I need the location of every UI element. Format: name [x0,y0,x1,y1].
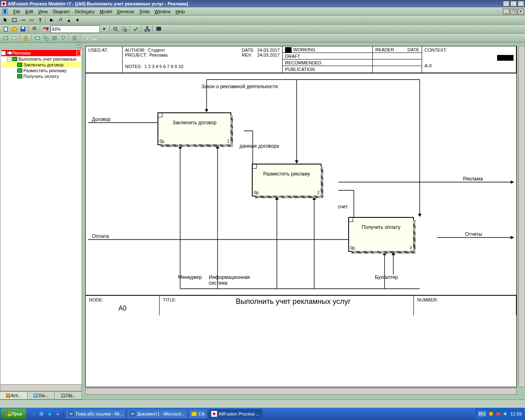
play-tool[interactable]: ▶ [48,16,56,24]
svg-point-31 [13,37,16,40]
svg-rect-2 [4,9,6,14]
ql-save-icon[interactable] [30,410,37,418]
zoom-select[interactable] [50,25,100,33]
ql-desktop-icon[interactable] [38,410,45,418]
print-button[interactable] [30,25,39,33]
tree-node-3[interactable]: Получить оплату [1,73,81,79]
system-tray: RU 11:59 [475,408,524,420]
t3-2[interactable] [10,34,18,42]
down-tool[interactable]: ▼ [73,16,82,24]
task-item[interactable]: CA [188,409,208,419]
svg-rect-10 [33,27,36,28]
activity-box-1[interactable]: Заключить договор 0р. 1 [158,112,231,145]
zoom-dropdown[interactable]: ▾ [100,25,108,33]
tree-node-a0[interactable]: − Выполнить учет рекламных [1,56,81,62]
tree-button[interactable] [143,25,151,33]
notes-label: NOTES: [125,64,142,69]
svg-marker-51 [205,109,208,112]
arrow-label-mech1: Менеджер [178,274,202,280]
ql-more-icon[interactable]: » [54,410,62,418]
zoomin-button[interactable]: + [112,25,120,33]
t3-5[interactable] [42,34,50,42]
tree-root[interactable]: − Реклама − [1,50,81,56]
t3-7[interactable] [59,34,67,42]
menu-edit[interactable]: Edit [23,8,36,15]
minimize-button[interactable]: _ [503,1,509,7]
text-tool[interactable]: T [36,16,44,24]
t3-1[interactable] [2,34,10,42]
refresh-tool[interactable]: ↺ [56,16,64,24]
svg-rect-14 [44,29,46,31]
tab-activities[interactable]: Acti... [0,392,27,399]
tray-icon[interactable] [495,411,501,417]
mdi-close[interactable]: ✕ [518,9,524,14]
check-button[interactable] [132,25,140,33]
svg-rect-8 [22,27,24,29]
tree-hscroll[interactable] [0,384,82,391]
mdi-restore[interactable]: ❐ [510,9,517,14]
volume-icon[interactable] [503,411,509,417]
ql-ie-icon[interactable]: e [46,410,53,418]
save-button[interactable] [19,25,27,33]
menu-services[interactable]: Services [114,8,137,15]
tab-objects[interactable]: Obj... [55,392,82,399]
language-indicator[interactable]: RU [478,411,487,417]
t3-10[interactable] [91,34,99,42]
author-label: AUTHOR: [125,48,146,52]
tab-diagrams[interactable]: Dia... [27,392,55,399]
t3-9[interactable] [82,34,90,42]
idef-diagram[interactable]: Закон о рекламной деятельности Договор О… [86,73,516,295]
tree-node-2[interactable]: Разместить рекламу [1,68,81,73]
menu-view[interactable]: View [36,8,50,15]
task-item[interactable]: WДокумент1 - Microsof... [127,409,187,419]
pointer-tool[interactable] [2,16,10,24]
menu-diagram[interactable]: Diagram [50,8,72,15]
task-item[interactable]: WТема абс ссылки - Mi... [65,409,126,419]
menu-window[interactable]: Window [152,8,173,15]
activity-box-2[interactable]: Разместить рекламу 0р. 2 [252,164,322,196]
task-item-active[interactable]: AllFusion Process ... [208,409,262,419]
menu-tools[interactable]: Tools [137,8,152,15]
expand-icon[interactable]: − [7,57,11,62]
tree-node-1[interactable]: Заключить договор [1,62,81,68]
zoomarea-button[interactable] [120,25,128,33]
tree-root-minus[interactable]: − [76,51,81,55]
t3-4[interactable] [33,34,41,42]
svg-rect-22 [145,30,146,31]
monitor-button[interactable] [155,25,163,33]
t3-6[interactable] [50,34,59,42]
menu-file[interactable]: File [11,8,23,15]
menu-model[interactable]: Model [97,8,114,15]
recommended-label: RECOMMENDED [285,60,322,65]
close-button[interactable]: ✕ [518,1,524,7]
draft-label: DRAFT [285,54,300,58]
maximize-button[interactable]: ❐ [510,1,517,7]
mdi-minimize[interactable]: _ [503,9,509,14]
canvas-vscroll[interactable] [518,46,525,387]
menu-dictionary[interactable]: Dictionary [72,8,97,15]
open-button[interactable] [10,25,18,33]
palette-button[interactable] [42,25,50,33]
word-icon: W [130,411,135,417]
canvas-hscroll[interactable] [85,388,517,395]
menu-help[interactable]: Help [173,8,187,15]
up-tool[interactable]: ▲ [65,16,73,24]
panel-close-button[interactable]: × [76,43,81,48]
expand-icon[interactable]: − [1,51,6,55]
activity-tool[interactable] [10,16,18,24]
arrow-tool[interactable] [19,16,27,24]
lock-button[interactable] [22,34,30,42]
activity-icon [17,68,22,73]
model-tree[interactable]: − Реклама − − Выполнить учет рекламных З… [0,49,82,384]
word-icon: W [68,411,74,417]
diagram-canvas[interactable]: USED AT: AUTHOR: Студент DATE: 24.03.201… [85,46,517,387]
tray-icon[interactable] [488,411,494,417]
t3-8[interactable] [71,34,79,42]
clock[interactable]: 11:59 [510,411,522,416]
start-button[interactable]: Пуск [1,409,26,419]
activity-box-3[interactable]: Получить оплату 0р. 3 [348,217,414,252]
idef-footer: NODE:A0 TITLE:Выполнить учет рекламных у… [86,295,516,315]
svg-rect-45 [7,51,12,55]
squiggle-tool[interactable] [27,16,36,24]
new-button[interactable] [2,25,10,33]
